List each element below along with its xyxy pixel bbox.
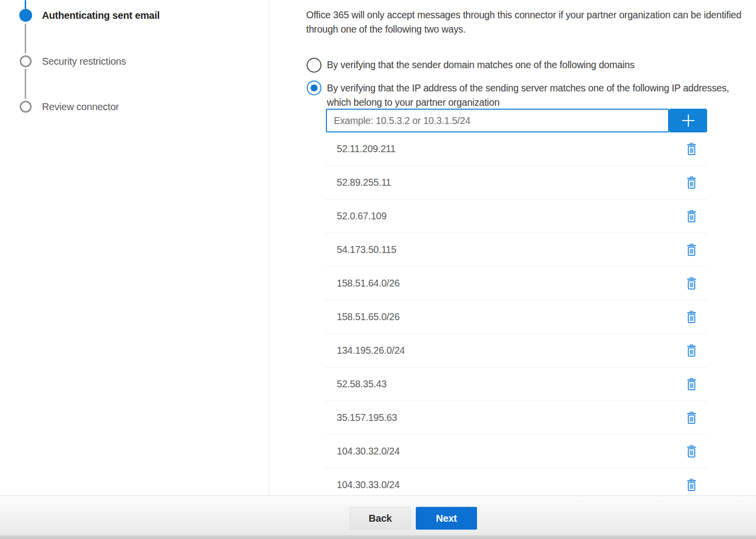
delete-ip-button[interactable] bbox=[683, 309, 699, 326]
step-upcoming-circle bbox=[20, 55, 32, 67]
delete-ip-button[interactable] bbox=[683, 174, 699, 191]
delete-ip-button[interactable] bbox=[683, 242, 699, 258]
ip-value: 52.58.35.43 bbox=[337, 378, 683, 390]
trash-icon bbox=[686, 311, 697, 323]
delete-ip-button[interactable] bbox=[683, 342, 699, 359]
ip-list-row: 52.11.209.211 bbox=[325, 132, 707, 166]
footer-bar: Back Next bbox=[0, 496, 756, 539]
radio-verify-ip-address-label[interactable]: By verifying that the IP address of the … bbox=[327, 81, 747, 110]
window-bottom-edge bbox=[0, 535, 756, 539]
delete-ip-button[interactable] bbox=[683, 410, 699, 426]
radio-selected-dot bbox=[311, 84, 318, 91]
delete-ip-button[interactable] bbox=[683, 141, 699, 158]
step-upcoming-circle bbox=[20, 101, 32, 113]
ip-list-row: 52.58.35.43 bbox=[325, 368, 707, 401]
ip-value: 104.30.32.0/24 bbox=[337, 446, 683, 457]
trash-icon bbox=[686, 412, 697, 424]
ip-address-input[interactable] bbox=[326, 109, 669, 132]
trash-icon bbox=[686, 479, 697, 491]
trash-icon bbox=[686, 143, 697, 155]
step-label: Authenticating sent email bbox=[42, 8, 159, 22]
ip-list-row: 54.173.50.115 bbox=[325, 233, 707, 267]
trash-icon bbox=[686, 176, 697, 189]
step-label: Review connector bbox=[42, 100, 119, 114]
ip-value: 52.11.209.211 bbox=[337, 143, 683, 155]
radio-verify-ip-address[interactable] bbox=[307, 81, 321, 95]
connector-wizard-screen: Authenticating sent email Security restr… bbox=[0, 0, 756, 539]
trash-icon bbox=[686, 344, 697, 357]
intro-text: Office 365 will only accept messages thr… bbox=[306, 8, 756, 36]
ip-value: 104.30.33.0/24 bbox=[337, 479, 683, 491]
ip-value: 35.157.195.63 bbox=[337, 412, 683, 423]
trash-icon bbox=[686, 277, 697, 290]
add-ip-button[interactable] bbox=[669, 109, 707, 132]
wizard-steps-pane: Authenticating sent email Security restr… bbox=[0, 0, 269, 496]
ip-list-row: 104.30.32.0/24 bbox=[325, 435, 707, 468]
ip-list-row: 158.51.65.0/26 bbox=[325, 300, 707, 334]
trash-icon bbox=[686, 445, 697, 457]
trash-icon bbox=[686, 378, 697, 390]
delete-ip-button[interactable] bbox=[683, 477, 699, 494]
delete-ip-button[interactable] bbox=[683, 208, 699, 225]
radio-verify-sender-domain-label[interactable]: By verifying that the sender domain matc… bbox=[327, 58, 682, 72]
ip-list-row: 52.89.255.11 bbox=[325, 166, 707, 200]
step-label: Security restrictions bbox=[42, 54, 126, 68]
ip-value: 52.89.255.11 bbox=[337, 177, 683, 188]
radio-verify-sender-domain[interactable] bbox=[307, 58, 321, 73]
back-button[interactable]: Back bbox=[350, 507, 411, 530]
ip-list-row: 158.51.64.0/26 bbox=[325, 267, 707, 300]
delete-ip-button[interactable] bbox=[683, 376, 699, 393]
plus-icon bbox=[677, 110, 699, 131]
ip-value: 158.51.65.0/26 bbox=[337, 311, 683, 323]
trash-icon bbox=[686, 210, 697, 222]
ip-list-row: 134.195.26.0/24 bbox=[325, 334, 707, 368]
ip-list: 52.11.209.211 52.89.255.11 bbox=[325, 132, 707, 502]
delete-ip-button[interactable] bbox=[683, 443, 699, 460]
step-current-dot bbox=[19, 9, 32, 22]
ip-value: 158.51.64.0/26 bbox=[337, 278, 683, 289]
ip-list-row: 35.157.195.63 bbox=[325, 401, 707, 435]
step-connector bbox=[25, 69, 26, 99]
step-connector-above bbox=[25, 0, 26, 9]
ip-value: 54.173.50.115 bbox=[337, 244, 683, 255]
delete-ip-button[interactable] bbox=[683, 275, 699, 292]
next-button[interactable]: Next bbox=[416, 507, 477, 530]
ip-list-row: 52.0.67.109 bbox=[325, 200, 707, 233]
step-connector bbox=[25, 24, 26, 53]
trash-icon bbox=[686, 244, 697, 256]
ip-value: 52.0.67.109 bbox=[337, 210, 683, 222]
ip-value: 134.195.26.0/24 bbox=[337, 345, 683, 356]
